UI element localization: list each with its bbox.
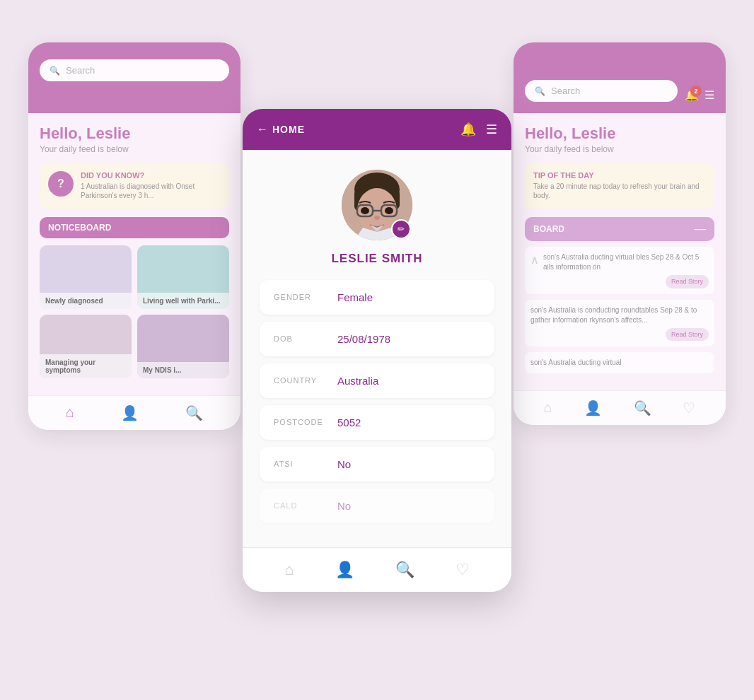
board-label: BOARD [533,224,564,234]
dob-value: 25/08/1978 [337,333,390,345]
question-icon: ? [48,171,74,197]
notice-list: ∧ son's Australia ducting virtual bles S… [525,247,714,373]
left-bottom-nav: ⌂ 👤 🔍 [28,395,240,430]
country-value: Australia [337,375,378,387]
cald-field: CALD No [260,489,494,523]
avatar-edit-button[interactable]: ✏ [391,219,411,239]
grid-card-2-label: Living well with Parki... [137,293,229,309]
right-phone-header: 🔍 Search 🔔 2 ☰ [514,42,726,113]
back-button[interactable]: ← HOME [257,123,305,136]
left-phone-header: 🔍 Search [28,42,240,113]
grid-card-4-label: My NDIS i... [137,362,229,378]
grid-card-2[interactable]: Living well with Parki... [137,245,229,309]
right-notification-badge: 2 [690,86,702,97]
main-nav-favorites-button[interactable]: ♡ [453,558,472,582]
did-you-know-title: DID YOU KNOW? [81,171,221,180]
right-nav-heart-icon[interactable]: ♡ [683,399,695,416]
noticeboard-grid: Newly diagnosed Living well with Parki..… [40,245,229,378]
right-header-icons: 🔔 2 ☰ [685,88,714,102]
dob-field: DOB 25/08/1978 [260,322,494,356]
dob-label: DOB [274,334,337,343]
country-field: COUNTRY Australia [260,363,494,398]
grid-card-1[interactable]: Newly diagnosed [40,245,132,309]
left-phone-body: Hello, Leslie Your daily feed is below ?… [28,113,240,395]
atsi-field: ATSI No [260,447,494,482]
right-bottom-nav: ⌂ 👤 🔍 ♡ [514,390,726,425]
gender-label: GENDER [274,293,337,301]
grid-card-4[interactable]: My NDIS i... [137,315,229,378]
notice-item-2: son's Australia is conducting roundtable… [525,300,714,347]
right-search-bar[interactable]: 🔍 Search [525,80,678,102]
left-background-phone: 🔍 Search Hello, Leslie Your daily feed i… [28,42,240,430]
svg-point-8 [361,207,369,214]
right-bell-wrapper: 🔔 2 [685,88,699,102]
atsi-value: No [337,458,351,470]
noticeboard-label: NOTICEBOARD [40,217,229,238]
pencil-icon: ✏ [398,224,405,234]
right-search-icon: 🔍 [535,86,545,96]
profile-header: ← HOME 🔔 ☰ [243,109,511,150]
main-nav-home-button[interactable]: ⌂ [282,558,296,582]
country-label: COUNTRY [274,376,337,385]
atsi-label: ATSI [274,460,337,468]
read-story-btn-2[interactable]: Read Story [666,328,709,342]
grid-card-3-label: Managing your symptoms [40,354,132,378]
did-you-know-card: ? DID YOU KNOW? 1 Australian is diagnose… [40,163,229,209]
svg-point-10 [374,216,380,220]
did-you-know-content: DID YOU KNOW? 1 Australian is diagnosed … [81,171,221,200]
search-placeholder: Search [66,65,95,76]
avatar-section: ✏ LESLIE SMITH [260,150,494,280]
avatar-wrapper: ✏ [342,170,412,240]
right-board-header: BOARD — [525,217,714,241]
left-nav-home-icon[interactable]: ⌂ [66,404,74,421]
collapse-icon[interactable]: — [695,223,706,235]
profile-body: ✏ LESLIE SMITH GENDER Female DOB 25/08/1… [243,150,511,547]
expand-icon[interactable]: ∧ [530,252,539,268]
right-background-phone: 🔍 Search 🔔 2 ☰ Hello, Leslie Your daily … [514,42,726,425]
profile-name: LESLIE SMITH [331,252,422,266]
notice-item-3: son's Australia ducting virtual [525,352,714,373]
right-nav-profile-icon[interactable]: 👤 [584,399,602,416]
postcode-field: POSTCODE 5052 [260,405,494,440]
right-subtitle: Your daily feed is below [525,144,714,154]
svg-point-9 [385,207,393,214]
header-menu-icon[interactable]: ☰ [486,122,497,137]
search-icon: 🔍 [50,66,60,76]
left-greeting: Hello, Leslie [40,124,229,143]
back-label: HOME [272,124,305,135]
main-nav-search-button[interactable]: 🔍 [393,558,417,582]
notice-3-text: son's Australia ducting virtual [530,358,622,366]
left-nav-profile-icon[interactable]: 👤 [121,404,139,421]
tip-title: TIP OF THE DAY [533,171,706,180]
cald-value: No [337,500,351,512]
tip-text: Take a 20 minute nap today to refresh yo… [533,182,706,200]
right-nav-search-icon[interactable]: 🔍 [634,399,651,416]
left-nav-search-icon[interactable]: 🔍 [185,404,203,421]
postcode-value: 5052 [337,416,361,428]
left-search-bar[interactable]: 🔍 Search [40,59,229,81]
profile-fields-list: GENDER Female DOB 25/08/1978 COUNTRY Aus… [260,280,494,530]
gender-value: Female [337,291,373,303]
header-bell-icon[interactable]: 🔔 [460,122,476,137]
right-nav-home-icon[interactable]: ⌂ [543,399,552,416]
tip-content: TIP OF THE DAY Take a 20 minute nap toda… [533,171,706,200]
main-profile-phone: ← HOME 🔔 ☰ [243,109,511,592]
gender-field: GENDER Female [260,280,494,315]
right-greeting: Hello, Leslie [525,124,714,143]
notice-1-text: son's Australia ducting virtual bles Sep… [543,252,709,272]
grid-card-1-label: Newly diagnosed [40,293,132,309]
right-menu-icon[interactable]: ☰ [704,88,714,102]
grid-card-3[interactable]: Managing your symptoms [40,315,132,378]
notice-2-text: son's Australia is conducting roundtable… [530,306,697,324]
main-bottom-nav: ⌂ 👤 🔍 ♡ [243,547,511,592]
did-you-know-text: 1 Australian is diagnosed with Onset Par… [81,182,221,200]
tip-of-the-day-card: TIP OF THE DAY Take a 20 minute nap toda… [525,163,714,209]
right-phone-body: Hello, Leslie Your daily feed is below T… [514,113,726,390]
right-search-text: Search [551,86,580,96]
header-icons: 🔔 ☰ [460,122,497,137]
postcode-label: POSTCODE [274,418,337,426]
notice-item-1: ∧ son's Australia ducting virtual bles S… [525,247,714,294]
left-subtitle: Your daily feed is below [40,144,229,154]
read-story-btn-1[interactable]: Read Story [666,275,709,288]
main-nav-profile-button[interactable]: 👤 [332,558,357,582]
